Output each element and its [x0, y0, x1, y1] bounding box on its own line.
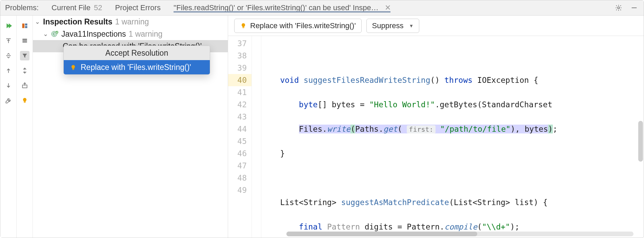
context-menu-item-replace[interactable]: Replace with 'Files.writeString()' [64, 60, 210, 74]
line-number: 44 [228, 123, 247, 135]
chevron-down-icon[interactable]: ⌄ [34, 18, 40, 25]
code-token: "/path/to/file" [440, 125, 510, 133]
code-token: suggestAsMatchPredicate [341, 198, 449, 207]
svg-rect-14 [22, 42, 27, 43]
line-number: 40 [228, 74, 251, 86]
context-menu-item-label: Replace with 'Files.writeString()' [81, 63, 191, 72]
java-class-icon: C [51, 30, 59, 38]
tree-root[interactable]: ⌄ Inspection Results 1 warning [33, 16, 228, 28]
context-menu: Accept Resolution Replace with 'Files.wr… [63, 45, 210, 75]
toolbar-left-primary [0, 16, 17, 238]
context-menu-header: Accept Resolution [64, 46, 210, 60]
tree-group-count: 1 warning [129, 30, 163, 39]
svg-rect-19 [24, 102, 25, 103]
minimize-icon[interactable] [629, 3, 639, 13]
inspection-tree: ⌄ Inspection Results 1 warning ⌄ C Java1… [33, 16, 228, 238]
toolbar-left-secondary [17, 16, 33, 238]
code-token: byte [299, 100, 318, 109]
tab-inspection-run-label: ''Files.readString()' or 'Files.writeStr… [174, 3, 379, 12]
code-token: Pattern [322, 222, 365, 231]
quickfix-action-bar: Replace with 'Files.writeString()' Suppr… [228, 16, 644, 36]
export-icon[interactable] [20, 81, 29, 90]
expand-toggle-icon[interactable] [20, 66, 29, 75]
code-token: ) [548, 125, 553, 133]
scrollbar-thumb[interactable] [286, 232, 477, 236]
code-token: suggestFilesReadWriteString [304, 76, 430, 85]
svg-point-0 [618, 7, 620, 9]
wrench-icon[interactable] [4, 96, 13, 105]
code-token: digits [365, 222, 393, 231]
tab-current-file-count: 52 [94, 3, 102, 12]
code-token: Files. [299, 125, 327, 133]
group-icon[interactable] [20, 36, 29, 45]
svg-rect-9 [22, 23, 24, 28]
rerun-icon[interactable] [4, 21, 13, 31]
code-token: ( [477, 222, 482, 231]
code-editor[interactable]: 37 38 39 40 41 42 43 44 45 46 47 48 49 v… [228, 36, 644, 238]
tree-group[interactable]: ⌄ C Java11Inspections 1 warning [33, 28, 228, 40]
editor-content[interactable]: void suggestFilesReadWriteString() throw… [261, 36, 644, 238]
gear-icon[interactable] [614, 3, 623, 13]
bulb-icon [70, 64, 77, 71]
svg-rect-13 [22, 40, 27, 41]
filter-icon[interactable] [20, 51, 29, 60]
line-number: 39 [228, 62, 247, 74]
apply-fix-label: Replace with 'Files.writeString()' [250, 21, 356, 30]
apply-fix-button[interactable]: Replace with 'Files.writeString()' [234, 19, 362, 33]
tab-inspection-run[interactable]: ''Files.readString()' or 'Files.writeStr… [174, 3, 390, 12]
param-hint: first: [407, 125, 435, 133]
chevron-down-icon[interactable]: ⌄ [42, 30, 48, 38]
svg-rect-10 [25, 23, 27, 25]
line-number: 43 [228, 111, 247, 123]
tab-project-errors[interactable]: Project Errors [115, 3, 160, 12]
line-number: 38 [228, 50, 247, 62]
layout-icon[interactable] [20, 21, 29, 31]
line-number: 49 [228, 184, 247, 196]
code-token: ; [553, 125, 558, 133]
code-token: } [280, 149, 285, 158]
code-token: = Pattern. [393, 222, 444, 231]
editor-fold-gutter [252, 36, 261, 238]
code-token: Paths. [355, 125, 383, 133]
suppress-button[interactable]: Suppress ▼ [366, 19, 420, 33]
preview-pane: Replace with 'Files.writeString()' Suppr… [228, 16, 644, 238]
close-icon[interactable]: ✕ [385, 3, 391, 12]
line-number: 46 [228, 147, 247, 160]
line-number: 45 [228, 135, 247, 147]
tab-problems-text: Problems: [5, 3, 39, 12]
code-token: write [327, 125, 350, 133]
svg-rect-23 [73, 69, 74, 70]
code-token: ); [510, 222, 520, 231]
stack-top-icon[interactable] [4, 36, 13, 45]
line-number: 47 [228, 160, 247, 172]
svg-rect-11 [25, 26, 27, 28]
line-number: 41 [228, 86, 247, 98]
arrow-down-icon[interactable] [4, 81, 13, 90]
svg-rect-24 [243, 28, 244, 28]
code-highlight: Paths.get( first: "/path/to/file"), byte… [355, 125, 548, 133]
bulb-icon[interactable] [20, 96, 29, 105]
horizontal-scrollbar[interactable] [286, 232, 633, 236]
line-number: 37 [228, 37, 247, 50]
editor-gutter: 37 38 39 40 41 42 43 44 45 46 47 48 49 [228, 36, 252, 238]
code-token: "Hello World!" [369, 100, 435, 109]
tab-current-file-label: Current File [52, 3, 90, 12]
code-token: () [430, 76, 440, 85]
code-token: throws [444, 76, 472, 85]
code-token: get [383, 125, 398, 133]
code-token: ( [398, 125, 402, 133]
tab-problems-label: Problems: [5, 3, 39, 12]
code-token: ), bytes [510, 125, 548, 133]
code-token: [] bytes = [318, 100, 369, 109]
code-token: "\\d+" [482, 222, 510, 231]
tab-current-file[interactable]: Current File 52 [52, 3, 102, 12]
stack-split-icon[interactable] [4, 51, 13, 60]
tree-group-title: Java11Inspections [61, 30, 126, 39]
vertical-scrollbar[interactable] [638, 121, 643, 162]
arrow-up-icon[interactable] [4, 66, 13, 75]
line-number: 48 [228, 172, 247, 184]
code-token: List<String> [280, 198, 341, 207]
code-highlight: Files.write [299, 125, 350, 133]
tab-project-errors-label: Project Errors [115, 3, 160, 12]
tree-root-count: 1 warning [115, 17, 149, 26]
